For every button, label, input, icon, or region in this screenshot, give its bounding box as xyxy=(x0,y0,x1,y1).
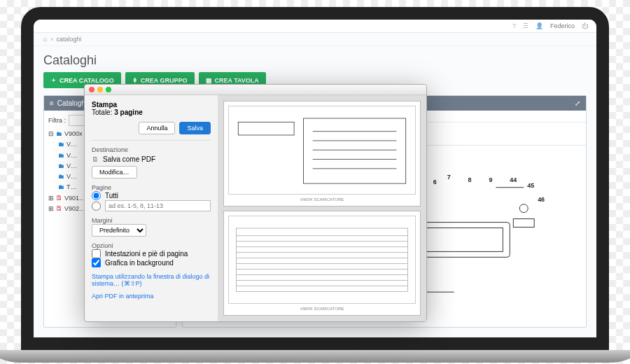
pages-range-input[interactable] xyxy=(105,200,211,211)
svg-text:45: 45 xyxy=(527,182,534,189)
svg-rect-13 xyxy=(513,219,534,227)
max-dot-icon[interactable] xyxy=(106,87,111,92)
print-preview[interactable]: V900X SCARICATORE V900X SCARICATORE xyxy=(218,95,426,321)
folder-icon: 🖿 xyxy=(58,139,64,150)
folder-icon: 🖿 xyxy=(56,129,62,139)
background-checkbox[interactable]: Grafica in background xyxy=(92,258,211,267)
page-title: Cataloghi xyxy=(34,46,596,72)
user-name[interactable]: Federico xyxy=(550,22,575,29)
help-icon[interactable]: ? xyxy=(512,22,516,29)
svg-point-12 xyxy=(519,204,528,213)
grid-icon: ▦ xyxy=(206,77,212,84)
save-pdf-button[interactable]: Salva xyxy=(179,122,211,134)
pages-range-radio[interactable] xyxy=(92,200,211,211)
svg-text:9: 9 xyxy=(489,176,492,183)
svg-text:8: 8 xyxy=(468,176,472,183)
svg-rect-35 xyxy=(238,122,294,135)
margins-select[interactable]: Predefinito xyxy=(92,224,146,237)
headers-checkbox[interactable]: Intestazioni e piè di pagina xyxy=(92,249,211,258)
file-icon: 🖺 xyxy=(56,193,62,204)
svg-rect-36 xyxy=(303,118,405,183)
svg-text:7: 7 xyxy=(447,174,451,181)
svg-text:44: 44 xyxy=(510,176,517,183)
change-destination-button[interactable]: Modifica… xyxy=(92,166,137,178)
print-title: Stampa xyxy=(92,101,211,108)
preview-page: V900X SCARICATORE xyxy=(223,101,421,206)
destination-value: Salva come PDF xyxy=(103,155,155,163)
system-dialog-link[interactable]: Stampa utilizzando la finestra di dialog… xyxy=(92,273,211,287)
folder-icon: 🖿 xyxy=(58,150,64,161)
catalog-panel-title: Cataloghi xyxy=(57,99,87,107)
pdf-icon: 🗎 xyxy=(92,155,99,163)
open-preview-link[interactable]: Apri PDF in anteprima xyxy=(92,293,211,300)
folder-icon: 🖿 xyxy=(58,172,64,182)
print-dialog-titlebar[interactable] xyxy=(85,85,426,95)
plus-icon: ⊞ xyxy=(48,204,54,214)
preview-page: V900X SCARICATORE xyxy=(223,211,421,316)
list-icon: ≡ xyxy=(50,99,54,107)
user-icon[interactable]: 👤 xyxy=(536,22,543,29)
plus-icon: ＋ xyxy=(50,76,57,85)
top-bar: ? ☰ 👤 Federico ⏻ xyxy=(34,20,596,33)
tree-icon: ⇞ xyxy=(132,77,138,84)
folder-icon: 🖿 xyxy=(58,182,64,192)
print-dialog: Stampa Totale: 3 pagine Annulla Salva De… xyxy=(84,84,427,322)
plus-icon: ⊞ xyxy=(48,193,54,204)
pages-all-radio[interactable]: Tutti xyxy=(92,191,211,200)
expand-icon[interactable]: ⤢ xyxy=(575,99,580,107)
close-dot-icon[interactable] xyxy=(89,87,94,92)
minus-icon: ⊟ xyxy=(48,129,54,139)
breadcrumb-current[interactable]: cataloghi xyxy=(56,36,81,43)
home-icon[interactable]: ⌂ xyxy=(43,36,47,43)
power-icon[interactable]: ⏻ xyxy=(582,22,588,29)
svg-text:46: 46 xyxy=(538,196,545,203)
folder-icon: 🖿 xyxy=(58,161,64,172)
breadcrumb: ⌂ › cataloghi xyxy=(34,33,596,46)
file-icon: 🖺 xyxy=(56,204,62,214)
filter-label: Filtra : xyxy=(48,117,66,124)
svg-rect-42 xyxy=(237,228,408,291)
svg-text:6: 6 xyxy=(433,178,437,186)
min-dot-icon[interactable] xyxy=(97,87,103,92)
cancel-button[interactable]: Annulla xyxy=(139,122,175,134)
layers-icon[interactable]: ☰ xyxy=(523,22,528,29)
